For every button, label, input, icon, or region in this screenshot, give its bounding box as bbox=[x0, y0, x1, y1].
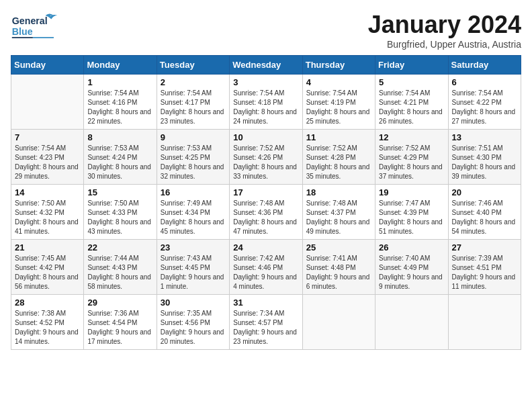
calendar-cell: 7Sunrise: 7:54 AMSunset: 4:23 PMDaylight… bbox=[11, 130, 84, 185]
day-header-thursday: Thursday bbox=[302, 56, 375, 75]
calendar-cell bbox=[448, 295, 521, 350]
calendar-week-row: 7Sunrise: 7:54 AMSunset: 4:23 PMDaylight… bbox=[11, 130, 521, 185]
cell-content: Sunrise: 7:53 AMSunset: 4:24 PMDaylight:… bbox=[87, 144, 152, 181]
calendar-cell bbox=[302, 295, 375, 350]
calendar-cell: 18Sunrise: 7:48 AMSunset: 4:37 PMDayligh… bbox=[302, 185, 375, 240]
cell-content: Sunrise: 7:52 AMSunset: 4:28 PMDaylight:… bbox=[306, 144, 371, 181]
logo: General Blue bbox=[11, 11, 64, 40]
calendar-week-row: 14Sunrise: 7:50 AMSunset: 4:32 PMDayligh… bbox=[11, 185, 521, 240]
location: Burgfried, Upper Austria, Austria bbox=[368, 39, 521, 50]
calendar-cell: 10Sunrise: 7:52 AMSunset: 4:26 PMDayligh… bbox=[230, 130, 302, 185]
calendar-cell: 31Sunrise: 7:34 AMSunset: 4:57 PMDayligh… bbox=[230, 295, 302, 350]
day-number: 30 bbox=[161, 298, 226, 308]
svg-text:General: General bbox=[12, 15, 48, 26]
calendar-week-row: 21Sunrise: 7:45 AMSunset: 4:42 PMDayligh… bbox=[11, 240, 521, 295]
calendar-cell: 23Sunrise: 7:43 AMSunset: 4:45 PMDayligh… bbox=[157, 240, 229, 295]
calendar-cell: 28Sunrise: 7:38 AMSunset: 4:52 PMDayligh… bbox=[11, 295, 84, 350]
calendar-cell: 9Sunrise: 7:53 AMSunset: 4:25 PMDaylight… bbox=[157, 130, 229, 185]
cell-content: Sunrise: 7:40 AMSunset: 4:49 PMDaylight:… bbox=[379, 254, 444, 291]
calendar-cell: 19Sunrise: 7:47 AMSunset: 4:39 PMDayligh… bbox=[375, 185, 448, 240]
calendar-cell: 6Sunrise: 7:54 AMSunset: 4:22 PMDaylight… bbox=[448, 75, 521, 130]
cell-content: Sunrise: 7:54 AMSunset: 4:18 PMDaylight:… bbox=[233, 89, 298, 126]
day-number: 4 bbox=[306, 77, 371, 87]
day-number: 27 bbox=[452, 242, 517, 253]
cell-content: Sunrise: 7:41 AMSunset: 4:48 PMDaylight:… bbox=[306, 254, 371, 291]
day-number: 28 bbox=[15, 298, 80, 308]
calendar-cell: 25Sunrise: 7:41 AMSunset: 4:48 PMDayligh… bbox=[302, 240, 375, 295]
day-number: 20 bbox=[452, 187, 517, 197]
day-number: 24 bbox=[233, 242, 298, 253]
day-number: 14 bbox=[15, 187, 80, 197]
calendar-cell: 15Sunrise: 7:50 AMSunset: 4:33 PMDayligh… bbox=[84, 185, 157, 240]
svg-text:Blue: Blue bbox=[12, 26, 33, 37]
day-number: 16 bbox=[161, 187, 226, 197]
day-number: 15 bbox=[87, 187, 152, 197]
day-number: 5 bbox=[379, 77, 444, 87]
day-number: 2 bbox=[161, 77, 226, 87]
cell-content: Sunrise: 7:50 AMSunset: 4:33 PMDaylight:… bbox=[87, 199, 152, 236]
day-number: 11 bbox=[306, 132, 371, 142]
calendar-cell: 17Sunrise: 7:48 AMSunset: 4:36 PMDayligh… bbox=[230, 185, 302, 240]
cell-content: Sunrise: 7:54 AMSunset: 4:21 PMDaylight:… bbox=[379, 89, 444, 126]
day-header-monday: Monday bbox=[84, 56, 157, 75]
cell-content: Sunrise: 7:35 AMSunset: 4:56 PMDaylight:… bbox=[161, 309, 226, 347]
day-number: 13 bbox=[452, 132, 517, 142]
calendar-cell: 29Sunrise: 7:36 AMSunset: 4:54 PMDayligh… bbox=[84, 295, 157, 350]
cell-content: Sunrise: 7:52 AMSunset: 4:26 PMDaylight:… bbox=[233, 144, 298, 181]
page-header: General Blue January 2024 Burgfried, Upp… bbox=[11, 11, 521, 50]
calendar-cell: 24Sunrise: 7:42 AMSunset: 4:46 PMDayligh… bbox=[230, 240, 302, 295]
month-title: January 2024 bbox=[368, 11, 521, 39]
day-header-tuesday: Tuesday bbox=[157, 56, 229, 75]
day-number: 18 bbox=[306, 187, 371, 197]
cell-content: Sunrise: 7:51 AMSunset: 4:30 PMDaylight:… bbox=[452, 144, 517, 181]
cell-content: Sunrise: 7:54 AMSunset: 4:16 PMDaylight:… bbox=[87, 89, 152, 126]
day-header-friday: Friday bbox=[375, 56, 448, 75]
calendar-cell: 8Sunrise: 7:53 AMSunset: 4:24 PMDaylight… bbox=[84, 130, 157, 185]
cell-content: Sunrise: 7:49 AMSunset: 4:34 PMDaylight:… bbox=[161, 199, 226, 236]
calendar-header-row: SundayMondayTuesdayWednesdayThursdayFrid… bbox=[11, 56, 521, 75]
day-number: 12 bbox=[379, 132, 444, 142]
day-number: 23 bbox=[161, 242, 226, 253]
cell-content: Sunrise: 7:52 AMSunset: 4:29 PMDaylight:… bbox=[379, 144, 444, 181]
calendar-cell bbox=[11, 75, 84, 130]
cell-content: Sunrise: 7:48 AMSunset: 4:36 PMDaylight:… bbox=[233, 199, 298, 236]
day-number: 8 bbox=[87, 132, 152, 142]
day-number: 17 bbox=[233, 187, 298, 197]
calendar-cell bbox=[375, 295, 448, 350]
day-number: 26 bbox=[379, 242, 444, 253]
day-number: 7 bbox=[15, 132, 80, 142]
svg-rect-2 bbox=[12, 37, 33, 38]
calendar-cell: 20Sunrise: 7:46 AMSunset: 4:40 PMDayligh… bbox=[448, 185, 521, 240]
cell-content: Sunrise: 7:54 AMSunset: 4:23 PMDaylight:… bbox=[15, 144, 80, 181]
calendar-cell: 1Sunrise: 7:54 AMSunset: 4:16 PMDaylight… bbox=[84, 75, 157, 130]
day-number: 3 bbox=[233, 77, 298, 87]
day-number: 21 bbox=[15, 242, 80, 253]
cell-content: Sunrise: 7:34 AMSunset: 4:57 PMDaylight:… bbox=[233, 309, 298, 347]
calendar-cell: 11Sunrise: 7:52 AMSunset: 4:28 PMDayligh… bbox=[302, 130, 375, 185]
cell-content: Sunrise: 7:43 AMSunset: 4:45 PMDaylight:… bbox=[161, 254, 226, 291]
calendar-cell: 12Sunrise: 7:52 AMSunset: 4:29 PMDayligh… bbox=[375, 130, 448, 185]
cell-content: Sunrise: 7:54 AMSunset: 4:19 PMDaylight:… bbox=[306, 89, 371, 126]
cell-content: Sunrise: 7:46 AMSunset: 4:40 PMDaylight:… bbox=[452, 199, 517, 236]
calendar-cell: 2Sunrise: 7:54 AMSunset: 4:17 PMDaylight… bbox=[157, 75, 229, 130]
cell-content: Sunrise: 7:53 AMSunset: 4:25 PMDaylight:… bbox=[161, 144, 226, 181]
cell-content: Sunrise: 7:45 AMSunset: 4:42 PMDaylight:… bbox=[15, 254, 80, 291]
calendar-cell: 3Sunrise: 7:54 AMSunset: 4:18 PMDaylight… bbox=[230, 75, 302, 130]
calendar-cell: 22Sunrise: 7:44 AMSunset: 4:43 PMDayligh… bbox=[84, 240, 157, 295]
calendar-cell: 30Sunrise: 7:35 AMSunset: 4:56 PMDayligh… bbox=[157, 295, 229, 350]
calendar-cell: 4Sunrise: 7:54 AMSunset: 4:19 PMDaylight… bbox=[302, 75, 375, 130]
day-number: 31 bbox=[233, 298, 298, 308]
day-number: 25 bbox=[306, 242, 371, 253]
day-number: 6 bbox=[452, 77, 517, 87]
day-header-saturday: Saturday bbox=[448, 56, 521, 75]
calendar-cell: 21Sunrise: 7:45 AMSunset: 4:42 PMDayligh… bbox=[11, 240, 84, 295]
cell-content: Sunrise: 7:39 AMSunset: 4:51 PMDaylight:… bbox=[452, 254, 517, 291]
title-block: January 2024 Burgfried, Upper Austria, A… bbox=[368, 11, 521, 50]
calendar-cell: 5Sunrise: 7:54 AMSunset: 4:21 PMDaylight… bbox=[375, 75, 448, 130]
day-number: 19 bbox=[379, 187, 444, 197]
calendar-week-row: 1Sunrise: 7:54 AMSunset: 4:16 PMDaylight… bbox=[11, 75, 521, 130]
day-header-wednesday: Wednesday bbox=[230, 56, 302, 75]
cell-content: Sunrise: 7:50 AMSunset: 4:32 PMDaylight:… bbox=[15, 199, 80, 236]
cell-content: Sunrise: 7:38 AMSunset: 4:52 PMDaylight:… bbox=[15, 309, 80, 347]
day-number: 10 bbox=[233, 132, 298, 142]
